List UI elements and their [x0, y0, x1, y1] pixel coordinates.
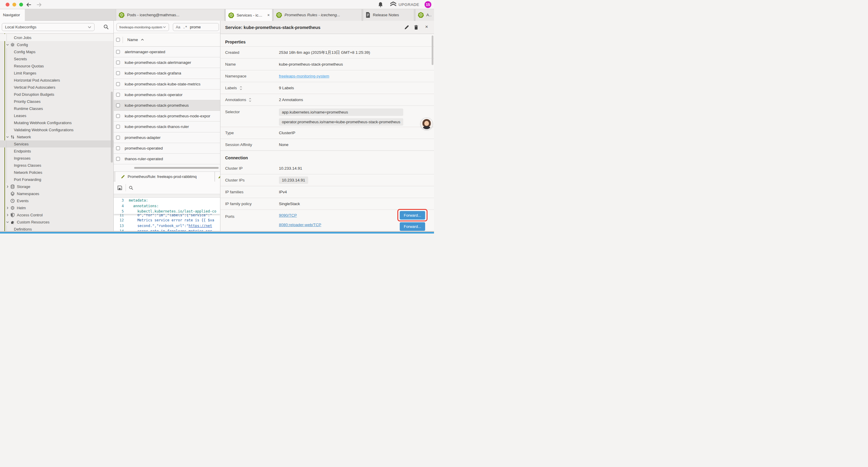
service-row[interactable]: prometheus-operated: [114, 143, 220, 154]
sidebar-item[interactable]: Helm: [0, 204, 114, 211]
row-checkbox[interactable]: [116, 136, 120, 140]
back-icon[interactable]: [26, 2, 32, 8]
search-icon[interactable]: [103, 24, 109, 30]
property-value[interactable]: 9 Labels: [279, 86, 294, 90]
filter-search-input[interactable]: Aa .* prome: [173, 23, 219, 31]
tree-chevron-icon[interactable]: [6, 206, 9, 209]
sidebar-scrollbar[interactable]: [111, 92, 113, 163]
edit-icon[interactable]: [404, 25, 409, 30]
row-checkbox[interactable]: [116, 93, 120, 97]
port-link-9090[interactable]: 9090/TCP: [279, 213, 321, 217]
sidebar-item[interactable]: Endpoints: [0, 147, 114, 154]
sidebar-item[interactable]: Namespaces: [0, 190, 114, 197]
service-row[interactable]: alertmanager-operated: [114, 47, 220, 57]
sidebar-item[interactable]: Vertical Pod Autoscalers: [0, 84, 114, 91]
selector-chip[interactable]: app.kubernetes.io/name=prometheus: [279, 109, 403, 116]
row-checkbox[interactable]: [116, 61, 120, 64]
service-row[interactable]: kube-prometheus-stack-prometheus: [114, 100, 220, 111]
forward-button-8080[interactable]: Forward...: [400, 222, 425, 231]
row-checkbox[interactable]: [116, 71, 120, 75]
sidebar-item[interactable]: Horizontal Pod Autoscalers: [0, 77, 114, 84]
service-row[interactable]: kube-prometheus-stack-grafana: [114, 68, 220, 79]
tree-chevron-icon[interactable]: [6, 185, 9, 188]
horizontal-scrollbar-thumb[interactable]: [134, 167, 219, 169]
sidebar-item[interactable]: Mutating Webhook Configurations: [0, 119, 114, 126]
tree-chevron-icon[interactable]: [6, 199, 9, 202]
sidebar-item[interactable]: Limit Ranges: [0, 69, 114, 77]
sidebar-item[interactable]: Validating Webhook Configurations: [0, 126, 114, 133]
sidebar-item[interactable]: Runtime Classes: [0, 105, 114, 112]
service-row[interactable]: kube-prometheus-stack-thanos-ruler: [114, 121, 220, 132]
sidebar-item[interactable]: Network: [0, 133, 114, 140]
close-icon[interactable]: ×: [425, 24, 428, 30]
sidebar-item[interactable]: Custom Resources: [0, 218, 114, 226]
tree-chevron-icon[interactable]: [6, 135, 9, 139]
sidebar-item[interactable]: Events: [0, 197, 114, 204]
namespace-select[interactable]: freeleaps-monitoring-system: [116, 23, 169, 31]
maximize-window-button[interactable]: [19, 3, 23, 6]
port-link-8080[interactable]: 8080:reloader-web/TCP: [279, 223, 321, 227]
tree-chevron-icon[interactable]: [6, 192, 9, 195]
sidebar-item[interactable]: Access Control: [0, 211, 114, 218]
delete-trash-icon[interactable]: [414, 25, 418, 30]
match-case-icon[interactable]: Aa: [176, 25, 180, 29]
expand-collapse-icon[interactable]: [240, 86, 242, 90]
tab-prometheus-rules[interactable]: Prometheus Rules - icecheng...: [273, 9, 362, 21]
row-checkbox[interactable]: [116, 114, 120, 118]
sidebar-item[interactable]: Config Maps: [0, 48, 114, 55]
tree-chevron-icon[interactable]: [6, 213, 9, 217]
selector-chip[interactable]: operator.prometheus.io/name=kube-prometh…: [279, 118, 403, 126]
sidebar-item[interactable]: Network Policies: [0, 169, 114, 176]
sidebar-item[interactable]: Cron Jobs: [0, 34, 114, 41]
regex-icon[interactable]: .*: [183, 25, 187, 29]
row-checkbox[interactable]: [116, 146, 120, 150]
assistant-avatar[interactable]: [421, 118, 433, 130]
navigator-panel-tab[interactable]: Navigator: [0, 9, 25, 21]
details-scrollbar[interactable]: [432, 35, 433, 65]
name-column-header[interactable]: Name: [127, 37, 138, 42]
forward-icon[interactable]: [36, 2, 42, 8]
sidebar-item[interactable]: Pod Disruption Budgets: [0, 91, 114, 98]
save-icon[interactable]: [117, 185, 122, 191]
service-row[interactable]: kube-prometheus-stack-prometheus-node-ex…: [114, 111, 220, 121]
code-link[interactable]: https://net: [188, 224, 212, 228]
sidebar-item[interactable]: Services: [0, 140, 114, 147]
service-row[interactable]: prometheus-adapter: [114, 133, 220, 143]
namespace-link[interactable]: freeleaps-monitoring-system: [279, 74, 329, 78]
upgrade-button[interactable]: UPGRADE: [390, 1, 419, 8]
notification-count-badge[interactable]: 15: [425, 1, 431, 8]
sidebar-item[interactable]: Port Forwarding: [0, 176, 114, 183]
service-row[interactable]: thanos-ruler-operated: [114, 154, 220, 164]
row-checkbox[interactable]: [116, 50, 120, 54]
service-row[interactable]: kube-prometheus-stack-operator: [114, 90, 220, 100]
expand-collapse-icon[interactable]: [249, 98, 251, 102]
tree-chevron-icon[interactable]: [6, 221, 9, 224]
select-all-checkbox[interactable]: [116, 38, 120, 42]
tab-pods[interactable]: Pods - icecheng@mathmas...: [116, 9, 224, 21]
sidebar-item[interactable]: Ingresses: [0, 154, 114, 162]
sidebar-item[interactable]: Priority Classes: [0, 98, 114, 105]
sidebar-item[interactable]: Ingress Classes: [0, 162, 114, 169]
tab-release-notes[interactable]: Release Notes: [363, 9, 414, 21]
close-window-button[interactable]: [6, 3, 9, 6]
row-checkbox[interactable]: [116, 157, 120, 161]
row-checkbox[interactable]: [116, 125, 120, 128]
sidebar-item[interactable]: Config: [0, 41, 114, 48]
service-row[interactable]: kube-prometheus-stack-alertmanager: [114, 57, 220, 68]
editor-search-icon[interactable]: [129, 185, 133, 190]
sidebar-item[interactable]: Resource Quotas: [0, 62, 114, 69]
row-checkbox[interactable]: [116, 104, 120, 107]
forward-button-9090[interactable]: Forward...: [400, 211, 425, 220]
kubeconfig-select[interactable]: Local Kubeconfigs: [2, 23, 95, 31]
tab-services[interactable]: Services - icecheng@math... ×: [225, 9, 272, 21]
close-tab-icon[interactable]: ×: [267, 13, 270, 18]
property-value[interactable]: 2 Annotations: [279, 97, 303, 102]
tree-chevron-icon[interactable]: [6, 43, 9, 47]
notifications-bell-icon[interactable]: [378, 2, 383, 7]
sidebar-item[interactable]: Secrets: [0, 55, 114, 62]
row-checkbox[interactable]: [116, 82, 120, 86]
sidebar-item[interactable]: Storage: [0, 183, 114, 190]
editor-tab-next[interactable]: [215, 172, 220, 181]
editor-tab-prometheusrule[interactable]: PrometheusRule: freeleaps-prod-rabbitmq: [116, 172, 215, 181]
yaml-editor[interactable]: 3 metadata: 4 annotations: 5 kubectl.kub…: [114, 198, 220, 230]
